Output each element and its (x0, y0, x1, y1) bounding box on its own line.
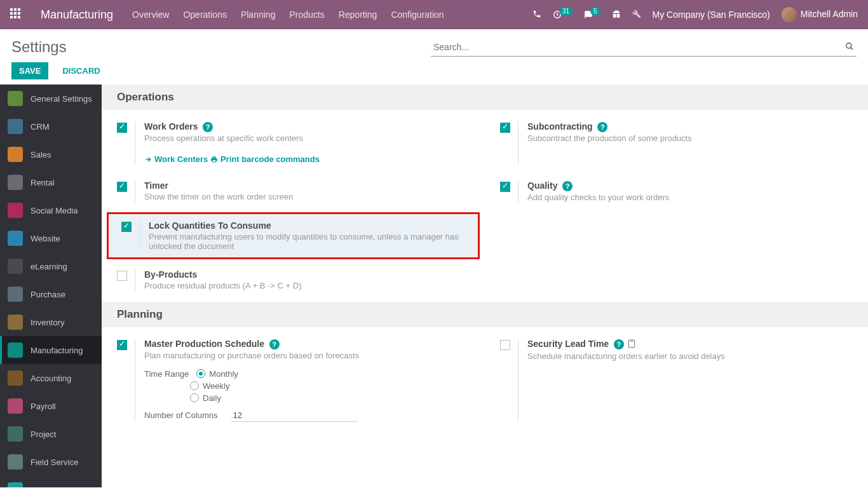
security-lead-title: Security Lead Time (527, 339, 609, 349)
sidebar-item-sales[interactable]: Sales (0, 140, 102, 168)
work-orders-desc: Process operations at specific work cent… (144, 133, 472, 143)
sidebar-item-social-media[interactable]: Social Media (0, 196, 102, 224)
sidebar-item-label: CRM (31, 122, 50, 132)
help-icon[interactable]: ? (562, 181, 573, 191)
topnav-reporting[interactable]: Reporting (339, 10, 377, 20)
print-icon (210, 156, 218, 163)
gift-icon[interactable] (612, 10, 621, 20)
time-range-daily-radio[interactable] (190, 393, 199, 402)
work-centers-label: Work Centers (154, 154, 208, 164)
sidebar-item-general-settings[interactable]: General Settings (0, 85, 102, 112)
sidebar-item-website[interactable]: Website (0, 224, 102, 252)
by-products-desc: Produce residual products (A + B -> C + … (144, 281, 472, 290)
sidebar-item-manufacturing[interactable]: Manufacturing (0, 336, 102, 364)
sidebar-item-rental[interactable]: Rental (0, 168, 102, 196)
time-range-weekly-radio[interactable] (190, 381, 199, 390)
sidebar-item-label: Planning (31, 485, 63, 488)
module-icon (8, 91, 23, 106)
work-orders-checkbox[interactable] (117, 123, 127, 133)
topnav-configuration[interactable]: Configuration (391, 10, 444, 20)
sidebar-item-label: Sales (31, 150, 51, 159)
discard-button[interactable]: DISCARD (55, 62, 107, 79)
time-range-monthly-label: Monthly (209, 369, 238, 379)
timer-checkbox[interactable] (117, 182, 127, 192)
sidebar-item-inventory[interactable]: Inventory (0, 308, 102, 336)
quality-checkbox[interactable] (500, 182, 510, 192)
time-range-monthly-radio[interactable] (196, 369, 205, 378)
avatar-icon (782, 7, 797, 22)
module-icon (8, 175, 23, 190)
module-icon (8, 454, 23, 470)
by-products-title: By-Products (144, 269, 197, 280)
activities-badge: 31 (559, 7, 573, 15)
topnav-products[interactable]: Products (289, 10, 324, 20)
module-icon (8, 398, 23, 414)
time-range-weekly-label: Weekly (203, 381, 229, 391)
sidebar-item-accounting[interactable]: Accounting (0, 364, 102, 392)
sidebar-item-project[interactable]: Project (0, 420, 102, 448)
app-brand: Manufacturing (41, 8, 113, 22)
subcontracting-title: Subcontracting (527, 121, 593, 132)
search-icon[interactable] (845, 42, 854, 53)
module-icon (8, 315, 23, 330)
sidebar-item-label: Manufacturing (31, 346, 83, 355)
settings-content: Operations Work Orders ? Process operati… (102, 85, 868, 487)
company-selector[interactable]: My Company (San Francisco) (653, 10, 770, 20)
module-icon (8, 342, 23, 358)
module-icon (8, 370, 23, 386)
num-columns-input[interactable] (231, 409, 358, 422)
help-icon[interactable]: ? (597, 122, 607, 132)
by-products-checkbox[interactable] (117, 271, 127, 281)
mps-desc: Plan manufacturing or purchase orders ba… (144, 351, 472, 360)
sidebar-item-crm[interactable]: CRM (0, 112, 102, 140)
lock-quantities-desc: Prevent manufacturing users to modify qu… (149, 232, 473, 251)
lock-quantities-checkbox[interactable] (121, 222, 132, 232)
topnav-operations[interactable]: Operations (183, 10, 226, 20)
sidebar-item-purchase[interactable]: Purchase (0, 280, 102, 308)
sidebar-item-elearning[interactable]: eLearning (0, 252, 102, 280)
sidebar-item-label: Inventory (31, 318, 64, 327)
sidebar-item-label: Field Service (31, 458, 78, 467)
topnav-planning[interactable]: Planning (241, 10, 276, 20)
section-planning: Planning (102, 302, 868, 327)
sidebar-item-label: Social Media (31, 206, 78, 215)
topnav-overview[interactable]: Overview (132, 10, 169, 20)
help-icon[interactable]: ? (614, 339, 624, 349)
save-button[interactable]: SAVE (11, 62, 48, 79)
sidebar-item-field-service[interactable]: Field Service (0, 448, 102, 476)
activities-icon[interactable]: 31 (553, 10, 573, 19)
mps-title: Master Production Schedule (144, 339, 264, 349)
mps-checkbox[interactable] (117, 340, 127, 350)
print-barcode-link[interactable]: Print barcode commands (210, 154, 320, 164)
module-icon (8, 482, 23, 487)
time-range-daily-label: Daily (203, 393, 221, 403)
lock-quantities-title: Lock Quantities To Consume (149, 220, 271, 231)
apps-launcher-icon[interactable] (10, 8, 23, 21)
help-icon[interactable]: ? (269, 339, 280, 349)
user-menu[interactable]: Mitchell Admin (782, 7, 858, 22)
timer-title: Timer (144, 180, 168, 191)
security-lead-checkbox[interactable] (500, 340, 510, 350)
discuss-icon[interactable]: 5 (584, 10, 600, 19)
help-icon[interactable]: ? (203, 122, 213, 132)
search-input[interactable] (431, 38, 857, 57)
calculator-icon[interactable] (627, 341, 636, 350)
print-barcode-label: Print barcode commands (220, 154, 320, 164)
timer-desc: Show the timer on the work order screen (144, 192, 472, 201)
work-orders-title: Work Orders (144, 121, 198, 132)
sidebar-item-label: Website (31, 234, 60, 243)
subcontracting-checkbox[interactable] (500, 123, 510, 133)
user-name: Mitchell Admin (801, 9, 858, 19)
module-icon (8, 287, 23, 302)
work-centers-link[interactable]: Work Centers (144, 154, 208, 164)
sidebar-item-label: General Settings (31, 94, 92, 104)
module-icon (8, 147, 23, 162)
sidebar-item-payroll[interactable]: Payroll (0, 392, 102, 420)
settings-sidebar: General SettingsCRMSalesRentalSocial Med… (0, 85, 102, 487)
phone-icon[interactable] (532, 10, 541, 20)
quality-title: Quality (527, 180, 557, 191)
debug-icon[interactable] (632, 10, 641, 20)
sidebar-item-planning[interactable]: Planning (0, 476, 102, 487)
sidebar-item-label: Rental (31, 178, 55, 187)
module-icon (8, 231, 23, 246)
